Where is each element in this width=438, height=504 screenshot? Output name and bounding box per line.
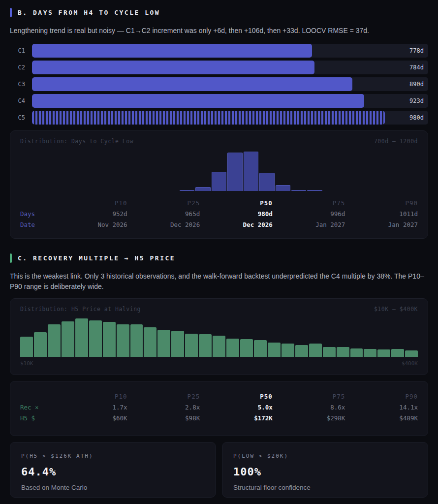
card-floor-probability: P(LOW > $20K) 100% Structural floor conf… bbox=[222, 442, 428, 498]
histogram-bin bbox=[282, 344, 294, 357]
days-distribution-panel: Distribution: Days to Cycle Low 700d — 1… bbox=[10, 130, 428, 239]
histogram-bin bbox=[377, 349, 390, 357]
card-ath-probability: P(H5 > $126K ATH) 64.4% Based on Monte C… bbox=[10, 442, 216, 498]
cycle-bar-row: C5980d bbox=[10, 111, 428, 125]
percentile-value: $60K bbox=[55, 413, 127, 424]
histogram-bar bbox=[199, 334, 212, 357]
histogram-bar bbox=[240, 339, 253, 357]
histogram-bar bbox=[89, 320, 102, 357]
price-distribution-title: Distribution: H5 Price at Halving bbox=[20, 306, 141, 313]
cycle-bar-value: 784d bbox=[409, 61, 424, 74]
histogram-bin bbox=[157, 330, 170, 357]
cycle-bar-fill bbox=[32, 44, 312, 58]
percentile-header: P75 bbox=[273, 391, 345, 402]
histogram-bin bbox=[199, 334, 212, 357]
histogram-bar bbox=[391, 349, 404, 357]
cycle-bar-value: 890d bbox=[409, 77, 424, 91]
histogram-bin bbox=[405, 350, 418, 357]
histogram-bin bbox=[62, 321, 74, 357]
percentile-value: 1011d bbox=[345, 209, 418, 220]
histogram-bin bbox=[291, 190, 306, 191]
cycle-bar-row: C1778d bbox=[10, 44, 428, 58]
axis-label-min: $10K bbox=[20, 360, 33, 367]
section-days-from-h4-to-cycle-low: B. DAYS FROM H4 TO CYCLE LOW Lengthening… bbox=[10, 8, 428, 239]
cycle-bar-track: 778d bbox=[32, 44, 428, 58]
days-distribution-header: Distribution: Days to Cycle Low 700d — 1… bbox=[20, 138, 418, 145]
histogram-bin bbox=[180, 190, 194, 191]
percentile-value: Dec 2026 bbox=[200, 220, 273, 230]
histogram-bar bbox=[268, 343, 281, 357]
cycle-label: C2 bbox=[10, 64, 32, 71]
histogram-bar bbox=[350, 348, 363, 357]
percentile-table-corner bbox=[20, 198, 55, 209]
histogram-bin bbox=[117, 324, 129, 357]
percentile-value: 2.8x bbox=[127, 402, 200, 413]
cycle-bar-fill bbox=[32, 61, 314, 74]
histogram-bin bbox=[307, 190, 322, 191]
histogram-bar bbox=[195, 187, 210, 191]
section-b-subtitle: Lengthening trend is real but noisy — C1… bbox=[10, 26, 428, 36]
percentile-value: 996d bbox=[273, 209, 345, 220]
histogram-bar bbox=[259, 173, 274, 191]
axis-label-max: $400K bbox=[402, 360, 418, 367]
price-distribution-header: Distribution: H5 Price at Halving $10K —… bbox=[20, 306, 418, 313]
histogram-bar bbox=[130, 324, 143, 357]
percentile-value: 965d bbox=[127, 209, 200, 220]
histogram-bin bbox=[48, 324, 61, 357]
percentile-header: P90 bbox=[345, 198, 418, 209]
histogram-bin bbox=[212, 172, 226, 191]
histogram-bar bbox=[309, 344, 322, 357]
card-floor-value: 100% bbox=[233, 466, 417, 478]
histogram-bar bbox=[213, 336, 225, 357]
cycle-label: C4 bbox=[10, 97, 32, 104]
histogram-bin bbox=[309, 344, 322, 357]
percentile-value: 980d bbox=[200, 209, 273, 220]
histogram-bar bbox=[20, 337, 33, 357]
histogram-bin bbox=[130, 324, 143, 357]
histogram-bin bbox=[213, 336, 225, 357]
histogram-bar bbox=[227, 153, 242, 191]
histogram-bar bbox=[276, 185, 290, 191]
analytics-dashboard: B. DAYS FROM H4 TO CYCLE LOW Lengthening… bbox=[0, 0, 438, 504]
cycle-bar-row: C4923d bbox=[10, 94, 428, 108]
row-label: Rec × bbox=[20, 402, 55, 413]
cycle-bar-fill bbox=[32, 94, 364, 108]
histogram-bar bbox=[364, 349, 376, 357]
histogram-bin bbox=[75, 318, 88, 357]
percentile-header: P50 bbox=[200, 391, 273, 402]
percentile-header: P50 bbox=[200, 198, 273, 209]
percentile-header: P25 bbox=[127, 391, 200, 402]
cycle-bar-track: 890d bbox=[32, 77, 428, 91]
cycle-bar-track: 923d bbox=[32, 94, 428, 108]
section-c-title: C. RECOVERY MULTIPLE → H5 PRICE bbox=[18, 254, 175, 262]
section-b-header: B. DAYS FROM H4 TO CYCLE LOW bbox=[10, 8, 428, 17]
percentile-header: P10 bbox=[55, 391, 127, 402]
days-histogram bbox=[20, 150, 418, 191]
histogram-bin bbox=[240, 339, 253, 357]
row-label: H5 $ bbox=[20, 413, 55, 424]
section-c-accent-bar bbox=[10, 253, 12, 263]
percentile-value: 14.1x bbox=[345, 402, 418, 413]
price-distribution-panel: Distribution: H5 Price at Halving $10K —… bbox=[10, 298, 428, 375]
percentile-table-corner bbox=[20, 391, 55, 402]
histogram-bin bbox=[350, 348, 363, 357]
percentile-value: Dec 2026 bbox=[127, 220, 200, 230]
percentile-value: Jan 2027 bbox=[273, 220, 345, 230]
cycle-length-bar-chart: C1778dC2784dC3890dC4923dC5980d bbox=[10, 44, 428, 125]
section-c-header: C. RECOVERY MULTIPLE → H5 PRICE bbox=[10, 253, 428, 263]
cycle-label: C3 bbox=[10, 81, 32, 88]
percentile-value: 1.7x bbox=[55, 402, 127, 413]
days-percentile-table: P10P25P50P75P90Days952d965d980d996d1011d… bbox=[20, 198, 418, 230]
cycle-bar-row: C2784d bbox=[10, 61, 428, 74]
cycle-bar-value: 980d bbox=[409, 111, 424, 125]
probability-cards: P(H5 > $126K ATH) 64.4% Based on Monte C… bbox=[10, 442, 428, 498]
histogram-bar bbox=[291, 190, 306, 191]
card-floor-label: P(LOW > $20K) bbox=[233, 453, 417, 459]
recovery-table-panel: P10P25P50P75P90Rec ×1.7x2.8x5.0x8.6x14.1… bbox=[10, 381, 428, 436]
percentile-value: Nov 2026 bbox=[55, 220, 127, 230]
histogram-bar bbox=[377, 349, 390, 357]
histogram-bar bbox=[337, 347, 349, 357]
histogram-bar bbox=[244, 152, 258, 191]
price-distribution-range: $10K — $400K bbox=[374, 306, 418, 313]
section-c-subtitle: This is the weakest link. Only 3 histori… bbox=[10, 271, 428, 292]
